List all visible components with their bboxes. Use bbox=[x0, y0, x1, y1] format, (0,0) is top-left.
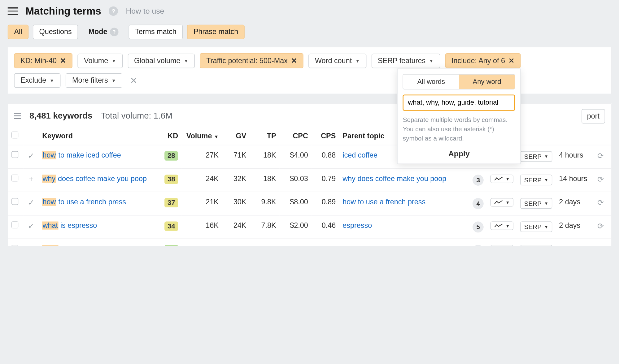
keyword-link[interactable]: how to make iced coffee bbox=[42, 151, 121, 159]
sf-badge[interactable]: 5 bbox=[473, 222, 484, 233]
keyword-link[interactable]: what is espresso bbox=[42, 222, 97, 230]
cell-cps: 0.46 bbox=[312, 215, 339, 239]
parent-topic-link[interactable]: why does coffee make you poop bbox=[342, 175, 446, 183]
col-gv[interactable]: GV bbox=[222, 127, 250, 145]
trend-button[interactable]: ▼ bbox=[490, 198, 513, 207]
sf-badge[interactable]: 5 bbox=[473, 245, 484, 246]
serp-label: SERP bbox=[524, 223, 542, 230]
help-icon[interactable]: ? bbox=[109, 6, 118, 16]
clear-filters-icon[interactable]: ✕ bbox=[128, 76, 140, 86]
cell-volume: 15K bbox=[181, 239, 222, 246]
filter-exclude[interactable]: Exclude ▼ bbox=[14, 73, 61, 88]
trend-button[interactable]: ▼ bbox=[490, 222, 513, 230]
keyword-link[interactable]: why does coffee make you poop bbox=[42, 175, 147, 183]
cell-tp: 7.8K bbox=[250, 215, 279, 239]
tab-questions[interactable]: Questions bbox=[33, 25, 78, 39]
keyword-link[interactable]: how to use a french press bbox=[42, 198, 126, 206]
cell-cpc: $3.00 bbox=[280, 239, 312, 246]
filter-word-count[interactable]: Word count ▼ bbox=[308, 54, 366, 68]
results-count: 8,481 keywords bbox=[29, 111, 92, 121]
serp-button[interactable]: SERP▼ bbox=[520, 175, 552, 185]
col-cpc[interactable]: CPC bbox=[280, 127, 312, 145]
filter-more[interactable]: More filters ▼ bbox=[66, 73, 122, 88]
refresh-icon[interactable]: ⟳ bbox=[597, 198, 604, 207]
filter-panel: KD: Min-40 ✕ Volume ▼ Global volume ▼ Tr… bbox=[8, 47, 612, 94]
row-checkbox[interactable] bbox=[11, 175, 18, 181]
include-words-input[interactable] bbox=[403, 94, 515, 110]
cell-tp: 2.4K bbox=[250, 239, 279, 246]
seg-all-words[interactable]: All words bbox=[403, 75, 459, 89]
how-to-use-link[interactable]: How to use bbox=[126, 6, 164, 15]
row-checkbox[interactable] bbox=[11, 222, 18, 228]
check-icon[interactable]: ✓ bbox=[27, 198, 36, 207]
col-keyword[interactable]: Keyword bbox=[39, 127, 158, 145]
kd-badge: 28 bbox=[164, 151, 178, 160]
check-icon[interactable]: ✓ bbox=[27, 151, 36, 160]
plus-icon[interactable]: + bbox=[27, 175, 36, 184]
cell-volume: 21K bbox=[181, 192, 222, 215]
sf-badge[interactable]: 3 bbox=[473, 175, 484, 186]
row-checkbox[interactable] bbox=[11, 245, 18, 246]
filter-serpf-label: SERP features bbox=[378, 56, 425, 65]
keyword-rest: is a cappuccino bbox=[58, 245, 110, 246]
trend-button[interactable]: ▼ bbox=[490, 245, 513, 246]
serp-button[interactable]: SERP▼ bbox=[520, 222, 552, 232]
close-icon[interactable]: ✕ bbox=[508, 56, 514, 65]
cell-gv: 71K bbox=[222, 145, 250, 169]
kd-badge: 37 bbox=[164, 198, 178, 207]
mode-text: Mode bbox=[88, 28, 107, 36]
keyword-link[interactable]: what is a cappuccino bbox=[42, 245, 110, 246]
parent-topic-link[interactable]: espresso bbox=[342, 222, 372, 230]
filter-kd[interactable]: KD: Min-40 ✕ bbox=[14, 53, 72, 68]
serp-label: SERP bbox=[524, 176, 542, 184]
select-all-checkbox[interactable] bbox=[11, 132, 18, 138]
keyword-rest: does coffee make you poop bbox=[56, 175, 147, 183]
mode-help-icon[interactable]: ? bbox=[110, 28, 119, 36]
parent-topic-link[interactable]: what is a cappuccino bbox=[342, 245, 410, 246]
export-button[interactable]: port bbox=[582, 109, 605, 124]
filter-global-volume[interactable]: Global volume ▼ bbox=[128, 54, 195, 68]
filter-include[interactable]: Include: Any of 6 ✕ bbox=[445, 53, 521, 68]
check-icon[interactable]: ✓ bbox=[27, 222, 36, 231]
col-volume[interactable]: Volume ▼ bbox=[181, 127, 222, 145]
filter-wc-label: Word count bbox=[315, 56, 352, 65]
filter-volume[interactable]: Volume ▼ bbox=[77, 54, 122, 68]
trend-button[interactable]: ▼ bbox=[490, 175, 513, 183]
parent-topic-link[interactable]: iced coffee bbox=[342, 151, 377, 159]
refresh-icon[interactable]: ⟳ bbox=[597, 175, 604, 184]
sf-badge[interactable]: 4 bbox=[473, 198, 484, 209]
filter-traffic-potential[interactable]: Traffic potential: 500-Max ✕ bbox=[200, 53, 303, 68]
refresh-icon[interactable]: ⟳ bbox=[597, 245, 604, 246]
filter-serp-features[interactable]: SERP features ▼ bbox=[371, 54, 440, 68]
menu-icon[interactable] bbox=[8, 7, 18, 15]
apply-button[interactable]: Apply bbox=[403, 150, 515, 158]
plus-icon[interactable]: + bbox=[27, 245, 36, 246]
row-checkbox[interactable] bbox=[11, 151, 18, 158]
seg-any-word[interactable]: Any word bbox=[459, 75, 515, 89]
refresh-icon[interactable]: ⟳ bbox=[597, 152, 604, 160]
col-volume-label: Volume bbox=[186, 132, 212, 140]
cell-tp: 9.8K bbox=[250, 192, 279, 215]
parent-topic-link[interactable]: how to use a french press bbox=[342, 198, 425, 206]
cell-cpc: $8.00 bbox=[280, 192, 312, 215]
cell-volume: 16K bbox=[181, 215, 222, 239]
close-icon[interactable]: ✕ bbox=[291, 56, 297, 65]
col-cps[interactable]: CPS bbox=[312, 127, 339, 145]
mode-phrase-match[interactable]: Phrase match bbox=[187, 25, 245, 39]
include-popover: All words Any word Separate multiple wor… bbox=[397, 69, 521, 164]
filter-exclude-label: Exclude bbox=[20, 76, 46, 85]
serp-button[interactable]: SERP▼ bbox=[520, 151, 552, 162]
include-hint: Separate multiple words by commas. You c… bbox=[403, 115, 515, 143]
col-tp[interactable]: TP bbox=[250, 127, 279, 145]
serp-button[interactable]: SERP▼ bbox=[520, 245, 552, 246]
mode-terms-match[interactable]: Terms match bbox=[129, 25, 183, 39]
serp-button[interactable]: SERP▼ bbox=[520, 198, 552, 209]
filter-more-label: More filters bbox=[72, 76, 108, 85]
cell-cps: 0.79 bbox=[312, 168, 339, 192]
row-checkbox[interactable] bbox=[11, 198, 18, 205]
close-icon[interactable]: ✕ bbox=[60, 56, 66, 65]
col-kd[interactable]: KD bbox=[158, 127, 181, 145]
drag-handle-icon[interactable] bbox=[14, 113, 21, 119]
refresh-icon[interactable]: ⟳ bbox=[597, 222, 604, 231]
tab-all[interactable]: All bbox=[8, 25, 28, 39]
